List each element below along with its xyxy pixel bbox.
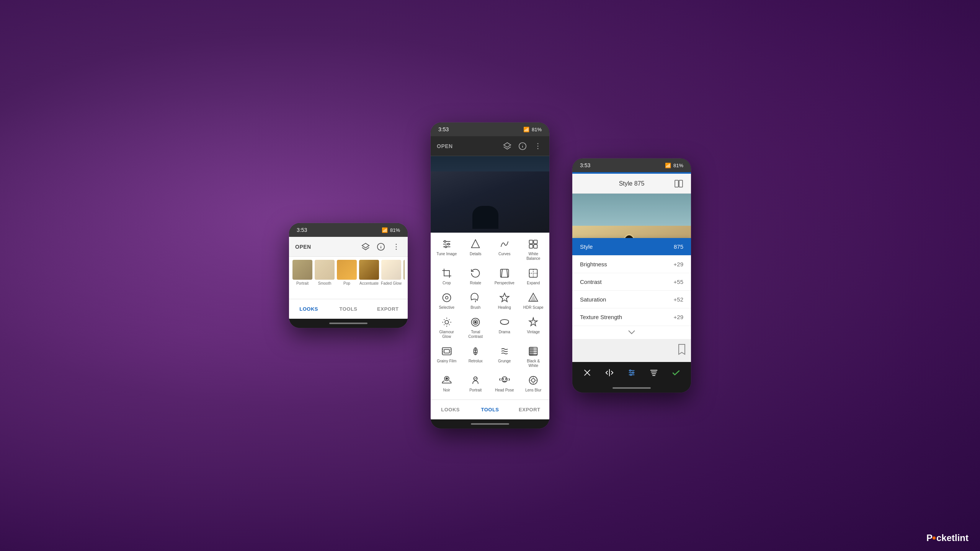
more-icon-1[interactable] [391, 241, 402, 252]
noir-label: Noir [443, 388, 450, 393]
style-label: Style [580, 243, 674, 250]
bottom-nav-1: LOOKS TOOLS EXPORT [289, 299, 408, 319]
tool-lens-blur[interactable]: Lens Blur [520, 372, 547, 395]
tool-hdr-scape[interactable]: HDR Scape [520, 289, 547, 312]
tool-noir[interactable]: Noir [433, 372, 460, 395]
compare-icon[interactable] [673, 178, 685, 190]
open-button-2[interactable]: OPEN [437, 143, 453, 149]
look-pop-label: Pop [343, 281, 350, 285]
svg-point-82 [630, 374, 632, 376]
curves-icon [498, 238, 511, 250]
tool-perspective[interactable]: Perspective [491, 265, 518, 288]
head-pose-label: Head Pose [495, 388, 514, 393]
compare-btn[interactable] [602, 365, 617, 380]
look-accentuate[interactable]: Accentuate [359, 260, 379, 285]
tool-glamour-glow[interactable]: GlamourGlow [433, 314, 460, 341]
curves-label: Curves [498, 252, 511, 256]
panel-chevron[interactable] [572, 326, 691, 339]
tune-image-label: Tune Image [436, 252, 457, 256]
tool-selective[interactable]: Selective [433, 289, 460, 312]
info-icon-1[interactable] [376, 241, 386, 252]
nav-export-1[interactable]: EXPORT [368, 306, 408, 312]
svg-point-20 [444, 241, 446, 243]
look-faded-glow[interactable]: Faded Glow [381, 260, 402, 285]
tool-expand[interactable]: Expand [520, 265, 547, 288]
tool-head-pose[interactable]: Head Pose [491, 372, 518, 395]
looks-strip: Portrait Smooth Pop Accentuate Faded Glo… [289, 257, 408, 299]
battery-2: 81% [532, 127, 542, 132]
nav-export-2[interactable]: EXPORT [510, 407, 549, 412]
style-row-texture[interactable]: Texture Strength +29 [572, 308, 691, 326]
svg-rect-25 [534, 240, 537, 244]
tool-grunge[interactable]: Grunge [491, 343, 518, 370]
status-icons-2: 📶 81% [523, 127, 542, 132]
style-row-contrast[interactable]: Contrast +55 [572, 273, 691, 291]
tool-crop[interactable]: Crop [433, 265, 460, 288]
svg-marker-37 [500, 293, 509, 302]
tonal-contrast-label: TonalContrast [468, 330, 483, 339]
style-row-style[interactable]: Style 875 [572, 238, 691, 256]
nav-looks-2[interactable]: LOOKS [431, 407, 470, 412]
tool-brush[interactable]: Brush [462, 289, 489, 312]
bookmark-icon[interactable] [677, 344, 686, 357]
nav-looks-1[interactable]: LOOKS [289, 306, 328, 312]
svg-marker-23 [472, 240, 480, 248]
info-icon-2[interactable] [517, 141, 528, 152]
tool-details[interactable]: Details [462, 236, 489, 263]
svg-point-65 [505, 378, 506, 379]
retrolux-label: Retrolux [469, 359, 483, 364]
more-icon-2[interactable] [532, 141, 543, 152]
status-bar-1: 3:53 📶 81% [289, 223, 408, 237]
tool-healing[interactable]: Healing [491, 289, 518, 312]
look-extra[interactable] [403, 260, 405, 285]
tool-curves[interactable]: Curves [491, 236, 518, 263]
confirm-btn[interactable] [668, 365, 684, 380]
style-row-saturation[interactable]: Saturation +52 [572, 291, 691, 308]
look-portrait[interactable]: Portrait [292, 260, 313, 285]
home-bar-2 [471, 423, 509, 425]
svg-point-80 [630, 370, 631, 372]
look-pop[interactable]: Pop [336, 260, 357, 285]
nav-tools-1[interactable]: TOOLS [328, 306, 368, 312]
tool-rotate[interactable]: Rotate [462, 265, 489, 288]
tool-retrolux[interactable]: Retrolux [462, 343, 489, 370]
wifi-icon-2: 📶 [523, 127, 529, 132]
dark-photo-area [431, 156, 549, 233]
tool-tonal-contrast[interactable]: TonalContrast [462, 314, 489, 341]
tool-drama[interactable]: Drama [491, 314, 518, 341]
cancel-btn[interactable] [580, 365, 595, 380]
tool-white-balance[interactable]: WhiteBalance [520, 236, 547, 263]
tools-row-6: Noir Portrait [432, 372, 548, 395]
status-bar-2: 3:53 📶 81% [431, 122, 549, 136]
tool-portrait[interactable]: Portrait [462, 372, 489, 395]
svg-rect-24 [529, 240, 533, 244]
style-header-title: Style 875 [614, 180, 650, 187]
expand-icon [527, 267, 539, 279]
adjustments-btn[interactable] [624, 365, 639, 380]
layers-icon-1[interactable] [360, 241, 371, 252]
style-row-brightness[interactable]: Brightness +29 [572, 256, 691, 273]
healing-label: Healing [498, 305, 511, 310]
tool-tune-image[interactable]: Tune Image [433, 236, 460, 263]
filter-btn[interactable] [646, 365, 662, 380]
tools-row-5: Grainy Film Retrolux [432, 343, 548, 370]
head-pose-icon [498, 374, 511, 386]
nav-tools-2[interactable]: TOOLS [470, 407, 510, 412]
lens-blur-icon [527, 374, 539, 386]
look-smooth[interactable]: Smooth [314, 260, 335, 285]
svg-point-6 [396, 249, 397, 250]
tool-vintage[interactable]: Vintage [520, 314, 547, 341]
details-icon [469, 238, 482, 250]
svg-rect-73 [679, 180, 683, 187]
tool-grainy-film[interactable]: Grainy Film [433, 343, 460, 370]
layers-icon-2[interactable] [502, 141, 513, 152]
toolbar-1: OPEN [289, 237, 408, 257]
texture-value: +29 [674, 314, 683, 320]
grunge-label: Grunge [498, 359, 511, 364]
bottom-nav-2: LOOKS TOOLS EXPORT [431, 399, 549, 419]
selective-label: Selective [439, 305, 454, 310]
style-photo-area: Style 875 Brightness +29 Contrast +55 Sa… [572, 194, 691, 339]
svg-point-64 [503, 378, 503, 379]
tool-black-white[interactable]: Black &White [520, 343, 547, 370]
open-button-1[interactable]: OPEN [295, 244, 311, 250]
